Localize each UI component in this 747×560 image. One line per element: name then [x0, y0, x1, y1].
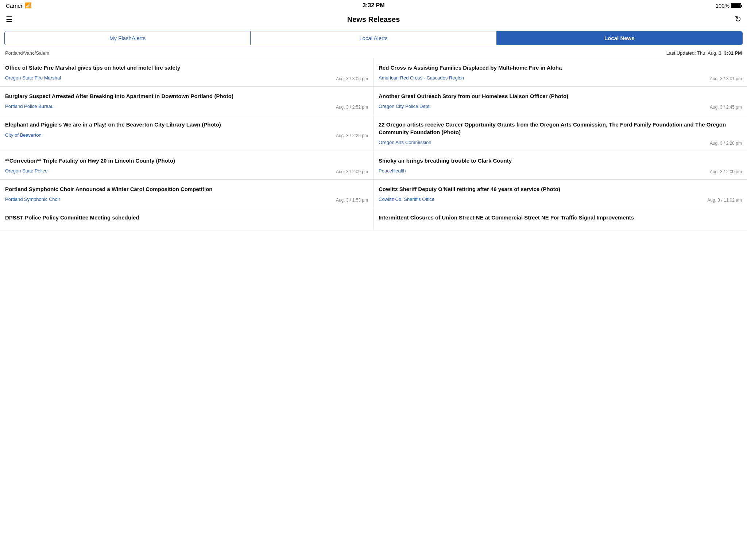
- news-source[interactable]: Oregon State Police: [5, 168, 334, 174]
- news-item-title: Intermittent Closures of Union Street NE…: [379, 214, 742, 221]
- news-item-title: Elephant and Piggie's We are in a Play! …: [5, 121, 368, 128]
- status-left: Carrier 📶: [6, 2, 32, 9]
- location-label: Portland/Vanc/Salem: [5, 50, 49, 56]
- tab-local-alerts[interactable]: Local Alerts: [251, 31, 496, 45]
- news-source[interactable]: Portland Symphonic Choir: [5, 197, 334, 203]
- news-item-title: Office of State Fire Marshal gives tips …: [5, 64, 368, 71]
- news-time: Aug. 3 / 3:06 pm: [336, 76, 368, 81]
- tab-my-flash-alerts[interactable]: My FlashAlerts: [5, 31, 251, 45]
- news-item-footer: Oregon City Police Dept.Aug. 3 / 2:45 pm: [379, 104, 742, 110]
- news-time: Aug. 3 / 2:09 pm: [336, 169, 368, 174]
- news-item[interactable]: Red Cross is Assisting Families Displace…: [374, 58, 747, 87]
- status-time: 3:32 PM: [363, 2, 384, 9]
- news-item-footer: Portland Police BureauAug. 3 / 2:52 pm: [5, 104, 368, 110]
- news-grid: Office of State Fire Marshal gives tips …: [0, 58, 747, 230]
- tab-bar: My FlashAlerts Local Alerts Local News: [4, 31, 743, 45]
- page-title: News Releases: [12, 15, 735, 24]
- status-right: 100%: [716, 3, 741, 9]
- news-item[interactable]: Office of State Fire Marshal gives tips …: [0, 58, 374, 87]
- news-item-footer: Portland Symphonic ChoirAug. 3 / 1:53 pm: [5, 197, 368, 203]
- news-item-footer: PeaceHealthAug. 3 / 2:00 pm: [379, 168, 742, 174]
- news-item[interactable]: Another Great Outreach Story from our Ho…: [374, 87, 747, 115]
- news-time: Aug. 3 / 2:28 pm: [710, 141, 742, 146]
- news-item[interactable]: Portland Symphonic Choir Announced a Win…: [0, 180, 374, 208]
- news-item-footer: Oregon State Fire MarshalAug. 3 / 3:06 p…: [5, 75, 368, 81]
- news-time: Aug. 3 / 2:29 pm: [336, 133, 368, 138]
- carrier-label: Carrier: [6, 3, 23, 9]
- news-time: Aug. 3 / 2:00 pm: [710, 169, 742, 174]
- news-time: Aug. 3 / 2:45 pm: [710, 105, 742, 110]
- news-item[interactable]: Cowlitz Sheriff Deputy O'Neill retiring …: [374, 180, 747, 208]
- news-item-footer: Oregon Arts CommissionAug. 3 / 2:28 pm: [379, 140, 742, 146]
- hamburger-menu-icon[interactable]: ☰: [6, 16, 12, 23]
- news-item[interactable]: Intermittent Closures of Union Street NE…: [374, 208, 747, 230]
- news-source[interactable]: Cowlitz Co. Sheriff's Office: [379, 197, 705, 203]
- news-item-title: **Correction** Triple Fatality on Hwy 20…: [5, 157, 368, 164]
- news-item-title: Smoky air brings breathing trouble to Cl…: [379, 157, 742, 164]
- news-item[interactable]: Elephant and Piggie's We are in a Play! …: [0, 115, 374, 151]
- news-item[interactable]: Smoky air brings breathing trouble to Cl…: [374, 151, 747, 180]
- header: ☰ News Releases ↻: [0, 11, 747, 28]
- news-item-footer: City of BeavertonAug. 3 / 2:29 pm: [5, 132, 368, 139]
- news-item-title: Burglary Suspect Arrested After Breaking…: [5, 93, 368, 100]
- news-source[interactable]: PeaceHealth: [379, 168, 708, 174]
- news-item-footer: Oregon State PoliceAug. 3 / 2:09 pm: [5, 168, 368, 174]
- battery-percentage: 100%: [716, 3, 729, 9]
- news-item-title: Portland Symphonic Choir Announced a Win…: [5, 186, 368, 193]
- news-item[interactable]: 22 Oregon artists receive Career Opportu…: [374, 115, 747, 151]
- wifi-icon: 📶: [25, 2, 32, 9]
- news-time: Aug. 3 / 11:02 am: [707, 198, 742, 203]
- last-updated: Last Updated: Thu. Aug. 3, 3:31 PM: [666, 50, 742, 56]
- news-time: Aug. 3 / 1:53 pm: [336, 198, 368, 203]
- info-bar: Portland/Vanc/Salem Last Updated: Thu. A…: [0, 48, 747, 58]
- news-item-title: Red Cross is Assisting Families Displace…: [379, 64, 742, 71]
- news-item-title: DPSST Police Policy Committee Meeting sc…: [5, 214, 368, 221]
- news-time: Aug. 3 / 3:01 pm: [710, 76, 742, 81]
- news-item-title: Cowlitz Sheriff Deputy O'Neill retiring …: [379, 186, 742, 193]
- news-item[interactable]: Burglary Suspect Arrested After Breaking…: [0, 87, 374, 115]
- news-source[interactable]: Portland Police Bureau: [5, 104, 334, 110]
- news-source[interactable]: Oregon City Police Dept.: [379, 104, 708, 110]
- news-item-title: Another Great Outreach Story from our Ho…: [379, 93, 742, 100]
- news-item[interactable]: DPSST Police Policy Committee Meeting sc…: [0, 208, 374, 230]
- battery-icon: [731, 3, 741, 8]
- news-source[interactable]: Oregon State Fire Marshal: [5, 75, 334, 81]
- news-item-title: 22 Oregon artists receive Career Opportu…: [379, 121, 742, 136]
- news-item-footer: American Red Cross - Cascades RegionAug.…: [379, 75, 742, 81]
- news-source[interactable]: City of Beaverton: [5, 132, 334, 139]
- refresh-icon[interactable]: ↻: [735, 15, 741, 24]
- news-item[interactable]: **Correction** Triple Fatality on Hwy 20…: [0, 151, 374, 180]
- news-source[interactable]: Oregon Arts Commission: [379, 140, 708, 146]
- news-source[interactable]: American Red Cross - Cascades Region: [379, 75, 708, 81]
- news-time: Aug. 3 / 2:52 pm: [336, 105, 368, 110]
- tab-local-news[interactable]: Local News: [497, 31, 742, 45]
- news-item-footer: Cowlitz Co. Sheriff's OfficeAug. 3 / 11:…: [379, 197, 742, 203]
- status-bar: Carrier 📶 3:32 PM 100%: [0, 0, 747, 11]
